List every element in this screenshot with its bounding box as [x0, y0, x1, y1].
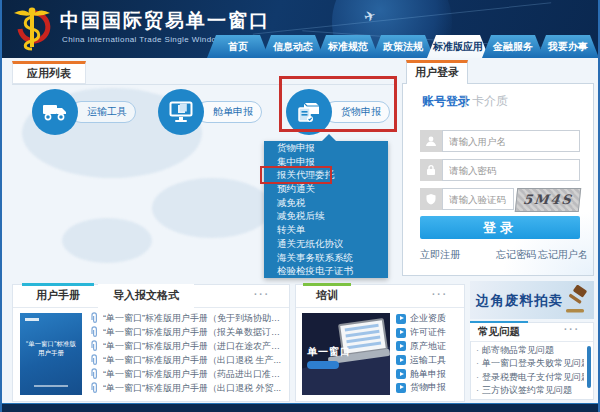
dropdown-item-tax-reduction-followup[interactable]: 减免税后续	[264, 209, 388, 223]
footer-bar	[2, 403, 600, 412]
captcha-input[interactable]	[442, 188, 514, 210]
customs-caduceus-logo	[10, 5, 54, 53]
forgot-username-link[interactable]: 忘记用户名	[538, 248, 588, 262]
faq-list: 邮寄物品常见问题 单一窗口登录失败常见问题 登录税费电子支付常见问题 三方协议签…	[476, 344, 584, 398]
paperclip-icon	[90, 382, 99, 394]
paperclip-icon	[90, 326, 99, 338]
tab-import-format[interactable]: 导入报文格式	[98, 284, 194, 308]
training-item-cargo[interactable]: 货物申报	[396, 381, 462, 395]
thumbnail-caption: 单一窗口	[307, 345, 351, 359]
training-item-origin-cert[interactable]: 原产地证	[396, 340, 462, 354]
dropdown-item-cargo-declaration[interactable]: 货物申报	[264, 141, 388, 155]
training-item-manifest[interactable]: 舱单申报	[396, 367, 462, 381]
training-video-thumbnail[interactable]: 单一窗口	[302, 313, 390, 395]
shield-icon	[420, 188, 442, 210]
training-item-enterprise[interactable]: 企业资质	[396, 312, 462, 326]
gavel-icon	[564, 285, 590, 315]
faq-item-mail[interactable]: 邮寄物品常见问题	[476, 344, 584, 357]
app-label: 运输工具	[70, 101, 136, 123]
app-list-tab[interactable]: 应用列表	[12, 61, 86, 84]
play-icon	[396, 341, 406, 351]
username-input[interactable]	[442, 130, 580, 152]
app-label: 舱单申报	[196, 101, 262, 123]
annotation-box-cargo-declaration	[279, 76, 397, 132]
manifest-monitor-icon	[158, 89, 204, 135]
password-input[interactable]	[442, 159, 580, 181]
nav-tab-home[interactable]: 首页	[207, 35, 269, 58]
play-icon	[396, 383, 406, 393]
faq-scrollbar[interactable]	[587, 346, 591, 388]
manual-list: “单一窗口”标准版用户手册（免于到场协助查... “单一窗口”标准版用户手册（报…	[90, 311, 286, 395]
site-title: 中国国际贸易单一窗口	[60, 8, 270, 34]
register-link[interactable]: 立即注册	[420, 248, 460, 262]
nav-tab-standards[interactable]: 标准规范	[317, 35, 379, 58]
app-item-manifest[interactable]: 舱单申报	[158, 88, 270, 136]
play-icon	[396, 314, 406, 324]
captcha-image[interactable]: 5M4S	[515, 188, 582, 212]
nav-tab-standard-app[interactable]: 标准版应用	[427, 35, 489, 58]
play-icon	[396, 328, 406, 338]
user-icon	[420, 130, 442, 152]
manual-book-cover[interactable]: “单一窗口”标准版用户手册	[20, 313, 82, 395]
play-icon	[396, 369, 406, 379]
training-header-divider	[296, 307, 464, 308]
dropdown-item-appointment-clearance[interactable]: 预约通关	[264, 182, 388, 196]
nav-tab-policies[interactable]: 政策法规	[372, 35, 434, 58]
training-item-transport[interactable]: 运输工具	[396, 353, 462, 367]
truck-icon	[32, 89, 78, 135]
login-button[interactable]: 登录	[420, 216, 580, 239]
manual-list-item[interactable]: “单一窗口”标准版用户手册（进口在途农产品...	[90, 339, 286, 353]
nav-tab-services[interactable]: 我要办事	[537, 35, 599, 58]
manual-list-item[interactable]: “单一窗口”标准版用户手册（免于到场协助查...	[90, 311, 286, 325]
tab-user-manual[interactable]: 用户手册	[22, 283, 94, 307]
book-logo-mark	[25, 318, 39, 321]
manual-list-item[interactable]: “单一窗口”标准版用户手册（出口退税 外贸...	[90, 381, 286, 395]
forgot-password-link[interactable]: 忘记密码	[496, 248, 536, 262]
thumbnail-badge	[307, 361, 339, 369]
faq-item-tripartite-agreement[interactable]: 三方协议签约常见问题	[476, 384, 584, 397]
book-cover-decoration	[34, 385, 68, 387]
training-more-button[interactable]: ···	[432, 289, 448, 300]
cargo-declaration-dropdown: 货物申报 集中申报 报关代理委托 预约通关 减免税 减免税后续 转关单 通关无纸…	[264, 141, 388, 278]
site-subtitle: China International Trade Single Window	[62, 35, 223, 44]
faq-more-button[interactable]: ···	[564, 324, 580, 335]
tab-faq[interactable]: 常见问题	[470, 321, 528, 341]
book-cover-title: “单一窗口”标准版用户手册	[24, 339, 78, 357]
play-icon	[396, 355, 406, 365]
manuals-more-button[interactable]: ···	[254, 289, 270, 300]
faq-header-divider	[471, 341, 593, 342]
dropdown-item-tax-reduction[interactable]: 减免税	[264, 196, 388, 210]
manual-list-item[interactable]: “单一窗口”标准版用户手册（药品进出口准许...	[90, 367, 286, 381]
main-nav: 首页 信息动态 标准规范 政策法规 标准版应用 金融服务 我要办事	[207, 35, 599, 58]
paperclip-icon	[90, 340, 99, 352]
login-card-medium-tab[interactable]: 卡介质	[472, 93, 508, 110]
app-item-transport[interactable]: 运输工具	[32, 88, 144, 136]
dropdown-item-inspection-e-certificate[interactable]: 检验检疫电子证书	[264, 264, 388, 278]
dropdown-item-transit-form[interactable]: 转关单	[264, 223, 388, 237]
annotation-box-customs-agency-entrust	[260, 166, 332, 184]
manual-list-item[interactable]: “单一窗口”标准版用户手册（出口退税 生产...	[90, 353, 286, 367]
paperclip-icon	[90, 368, 99, 380]
paperclip-icon	[90, 312, 99, 324]
single-window-portal: ✈ 中国国际贸易单一窗口 China International Trade S…	[0, 0, 600, 412]
nav-tab-news[interactable]: 信息动态	[262, 35, 324, 58]
login-tab-divider: |	[464, 93, 467, 107]
dropdown-item-customs-affairs-system[interactable]: 海关事务联系系统	[264, 251, 388, 265]
tab-training[interactable]: 培训	[303, 283, 351, 307]
dropdown-item-paperless-agreement[interactable]: 通关无纸化协议	[264, 237, 388, 251]
world-map-decoration	[62, 218, 152, 263]
faq-item-epayment[interactable]: 登录税费电子支付常见问题	[476, 371, 584, 384]
manual-list-item[interactable]: “单一窗口”标准版用户手册（报关单数据订阅...	[90, 325, 286, 339]
login-panel-tab[interactable]: 用户登录	[406, 60, 468, 84]
header: ✈ 中国国际贸易单一窗口 China International Trade S…	[2, 0, 600, 58]
training-list: 企业资质 许可证件 原产地证 运输工具 舱单申报 货物申报	[396, 312, 462, 395]
faq-item-login-fail[interactable]: 单一窗口登录失败常见问题	[476, 357, 584, 370]
nav-tab-finance[interactable]: 金融服务	[482, 35, 544, 58]
training-item-license[interactable]: 许可证件	[396, 326, 462, 340]
banner-title: 边角废料拍卖	[476, 292, 563, 310]
world-map-decoration	[152, 178, 272, 238]
lock-icon	[420, 159, 442, 181]
scrap-auction-banner[interactable]: 边角废料拍卖	[470, 281, 594, 319]
login-account-tab[interactable]: 账号登录	[422, 93, 470, 110]
password-row	[420, 159, 580, 181]
